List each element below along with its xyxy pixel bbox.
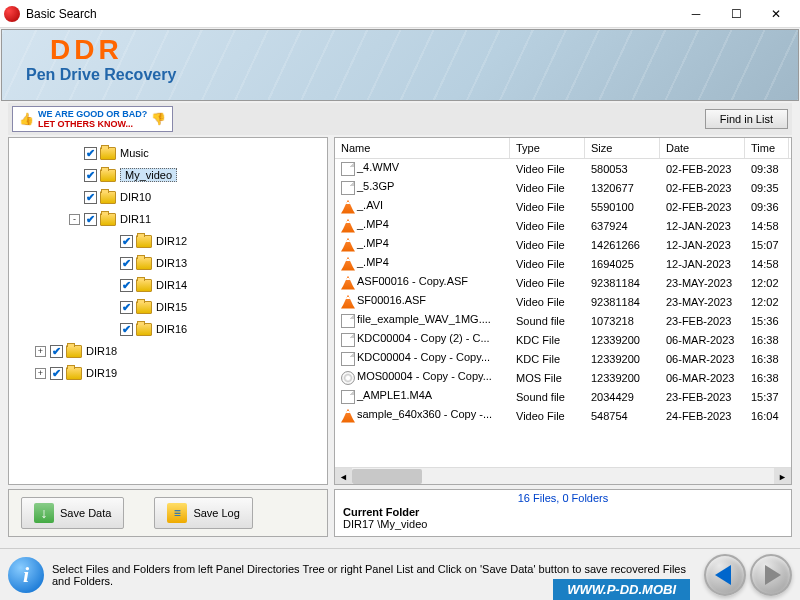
save-log-icon <box>167 503 187 523</box>
disc-icon <box>341 371 355 385</box>
file-row[interactable]: _5.3GPVideo File132067702-FEB-202309:35 <box>335 178 791 197</box>
folder-icon <box>100 213 116 226</box>
vlc-icon <box>341 295 355 309</box>
feedback-line1: WE ARE GOOD OR BAD? <box>38 109 147 119</box>
tree-item-dir14[interactable]: ✔DIR14 <box>9 274 327 296</box>
vlc-icon <box>341 257 355 271</box>
save-log-button[interactable]: Save Log <box>154 497 252 529</box>
checkbox[interactable]: ✔ <box>84 191 97 204</box>
tree-item-dir10[interactable]: ✔DIR10 <box>9 186 327 208</box>
col-name[interactable]: Name <box>335 138 510 158</box>
checkbox[interactable]: ✔ <box>84 169 97 182</box>
file-row[interactable]: sample_640x360 - Copy -...Video File5487… <box>335 406 791 425</box>
maximize-button[interactable]: ☐ <box>716 1 756 27</box>
file-row[interactable]: _.MP4Video File169402512-JAN-202314:58 <box>335 254 791 273</box>
col-type[interactable]: Type <box>510 138 585 158</box>
vlc-icon <box>341 276 355 290</box>
file-row[interactable]: SF00016.ASFVideo File9238118423-MAY-2023… <box>335 292 791 311</box>
horizontal-scrollbar[interactable]: ◄ ► <box>335 467 791 484</box>
save-data-icon <box>34 503 54 523</box>
tree-label: DIR16 <box>156 323 187 335</box>
file-count: 16 Files, 0 Folders <box>343 492 783 504</box>
checkbox[interactable]: ✔ <box>50 345 63 358</box>
tree-item-dir11[interactable]: -✔DIR11 <box>9 208 327 230</box>
page-icon <box>341 333 355 347</box>
checkbox[interactable]: ✔ <box>84 213 97 226</box>
file-row[interactable]: file_example_WAV_1MG....Sound file107321… <box>335 311 791 330</box>
tree-item-dir18[interactable]: +✔DIR18 <box>9 340 327 362</box>
vlc-icon <box>341 238 355 252</box>
vlc-icon <box>341 409 355 423</box>
list-header: Name Type Size Date Time <box>335 138 791 159</box>
col-time[interactable]: Time <box>745 138 789 158</box>
checkbox[interactable]: ✔ <box>50 367 63 380</box>
save-log-label: Save Log <box>193 507 239 519</box>
page-icon <box>341 390 355 404</box>
checkbox[interactable]: ✔ <box>84 147 97 160</box>
find-in-list-button[interactable]: Find in List <box>705 109 788 129</box>
titlebar: Basic Search ─ ☐ ✕ <box>0 0 800 28</box>
website-label: WWW.P-DD.MOBI <box>553 579 690 600</box>
file-row[interactable]: _.MP4Video File63792412-JAN-202314:58 <box>335 216 791 235</box>
header-banner: DDR Pen Drive Recovery <box>1 29 799 101</box>
page-icon <box>341 352 355 366</box>
expander-icon[interactable]: - <box>69 214 80 225</box>
tree-item-dir16[interactable]: ✔DIR16 <box>9 318 327 340</box>
logo-text: DDR <box>2 30 798 66</box>
save-data-label: Save Data <box>60 507 111 519</box>
folder-icon <box>136 301 152 314</box>
toolbar: 👍 WE ARE GOOD OR BAD? LET OTHERS KNOW...… <box>8 103 792 135</box>
tree-label: My_video <box>120 168 177 182</box>
page-icon <box>341 181 355 195</box>
nav-forward-button[interactable] <box>750 554 792 596</box>
thumbs-down-icon: 👎 <box>151 112 166 126</box>
file-row[interactable]: _.AVIVideo File559010002-FEB-202309:36 <box>335 197 791 216</box>
tree-label: DIR13 <box>156 257 187 269</box>
folder-icon <box>136 235 152 248</box>
checkbox[interactable]: ✔ <box>120 323 133 336</box>
col-date[interactable]: Date <box>660 138 745 158</box>
folder-icon <box>66 367 82 380</box>
list-body[interactable]: _4.WMVVideo File58005302-FEB-202309:38_5… <box>335 159 791 467</box>
save-data-button[interactable]: Save Data <box>21 497 124 529</box>
tree-item-music[interactable]: ✔Music <box>9 142 327 164</box>
close-button[interactable]: ✕ <box>756 1 796 27</box>
scroll-left-arrow[interactable]: ◄ <box>335 468 352 485</box>
scroll-right-arrow[interactable]: ► <box>774 468 791 485</box>
file-row[interactable]: MOS00004 - Copy - Copy...MOS File1233920… <box>335 368 791 387</box>
window-title: Basic Search <box>26 7 676 21</box>
file-row[interactable]: _.MP4Video File1426126612-JAN-202315:07 <box>335 235 791 254</box>
current-folder-label: Current Folder <box>343 506 783 518</box>
file-row[interactable]: _4.WMVVideo File58005302-FEB-202309:38 <box>335 159 791 178</box>
action-button-panel: Save Data Save Log <box>8 489 328 537</box>
tree-item-dir15[interactable]: ✔DIR15 <box>9 296 327 318</box>
file-row[interactable]: ASF00016 - Copy.ASFVideo File9238118423-… <box>335 273 791 292</box>
page-icon <box>341 314 355 328</box>
scroll-thumb[interactable] <box>352 469 422 484</box>
col-size[interactable]: Size <box>585 138 660 158</box>
tree-item-dir19[interactable]: +✔DIR19 <box>9 362 327 384</box>
tree-item-my_video[interactable]: ✔My_video <box>9 164 327 186</box>
file-row[interactable]: _AMPLE1.M4ASound file203442923-FEB-20231… <box>335 387 791 406</box>
app-icon <box>4 6 20 22</box>
tree-label: DIR18 <box>86 345 117 357</box>
expander-icon[interactable]: + <box>35 346 46 357</box>
checkbox[interactable]: ✔ <box>120 301 133 314</box>
tree-item-dir13[interactable]: ✔DIR13 <box>9 252 327 274</box>
expander-icon[interactable]: + <box>35 368 46 379</box>
nav-back-button[interactable] <box>704 554 746 596</box>
tree-label: DIR11 <box>120 213 151 225</box>
tree-panel[interactable]: ✔Music✔My_video✔DIR10-✔DIR11✔DIR12✔DIR13… <box>8 137 328 485</box>
file-row[interactable]: KDC00004 - Copy - Copy...KDC File1233920… <box>335 349 791 368</box>
minimize-button[interactable]: ─ <box>676 1 716 27</box>
tree-label: Music <box>120 147 149 159</box>
checkbox[interactable]: ✔ <box>120 235 133 248</box>
folder-icon <box>100 147 116 160</box>
checkbox[interactable]: ✔ <box>120 279 133 292</box>
info-icon: i <box>8 557 44 593</box>
file-row[interactable]: KDC00004 - Copy (2) - C...KDC File123392… <box>335 330 791 349</box>
feedback-button[interactable]: 👍 WE ARE GOOD OR BAD? LET OTHERS KNOW...… <box>12 106 173 132</box>
feedback-line2: LET OTHERS KNOW... <box>38 119 147 129</box>
tree-item-dir12[interactable]: ✔DIR12 <box>9 230 327 252</box>
checkbox[interactable]: ✔ <box>120 257 133 270</box>
